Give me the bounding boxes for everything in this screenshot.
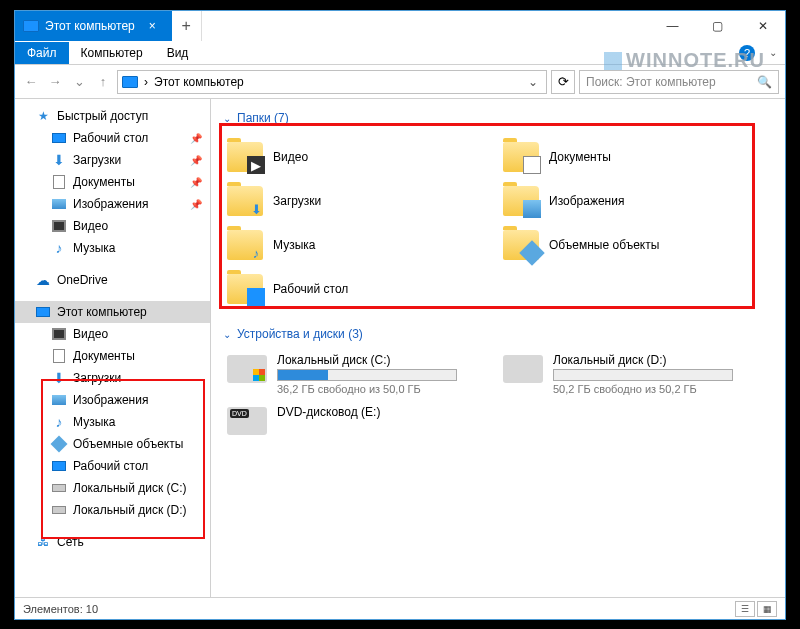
new-tab-button[interactable]: + <box>172 11 202 41</box>
label: Документы <box>73 349 135 363</box>
sidebar-pc-images[interactable]: Изображения <box>15 389 210 411</box>
sidebar-pc-music[interactable]: ♪Музыка <box>15 411 210 433</box>
usage-text: 50,2 ГБ свободно из 50,2 ГБ <box>553 383 769 395</box>
label: Папки (7) <box>237 111 289 125</box>
sidebar-documents[interactable]: Документы📌 <box>15 171 210 193</box>
ribbon-file[interactable]: Файл <box>15 42 69 64</box>
search-icon[interactable]: 🔍 <box>757 75 772 89</box>
pin-icon: 📌 <box>190 199 202 210</box>
download-icon: ⬇ <box>247 200 265 218</box>
music-icon: ♪ <box>51 414 67 430</box>
drive-dvd[interactable]: DVD-дисковод (E:) <box>227 405 493 435</box>
image-icon <box>52 199 66 209</box>
sidebar-pc-3d[interactable]: Объемные объекты <box>15 433 210 455</box>
usage-bar <box>277 369 457 381</box>
sidebar-downloads[interactable]: ⬇Загрузки📌 <box>15 149 210 171</box>
label: Видео <box>73 327 108 341</box>
folder-video[interactable]: ▶Видео <box>227 137 493 177</box>
sidebar-pc-downloads[interactable]: ⬇Загрузки <box>15 367 210 389</box>
folder-music[interactable]: ♪Музыка <box>227 225 493 265</box>
label: Загрузки <box>73 371 121 385</box>
sidebar-video[interactable]: Видео <box>15 215 210 237</box>
folder-downloads[interactable]: ⬇Загрузки <box>227 181 493 221</box>
pc-icon <box>23 20 39 32</box>
video-icon <box>52 328 66 340</box>
pc-icon <box>122 76 138 88</box>
sidebar-pc-documents[interactable]: Документы <box>15 345 210 367</box>
folder-desktop[interactable]: Рабочий стол <box>227 269 493 309</box>
label: OneDrive <box>57 273 108 287</box>
label: Видео <box>73 219 108 233</box>
label: Рабочий стол <box>73 131 148 145</box>
label: Документы <box>549 150 611 164</box>
sidebar-drive-c[interactable]: Локальный диск (C:) <box>15 477 210 499</box>
cloud-icon: ☁ <box>35 272 51 288</box>
address-text: Этот компьютер <box>154 75 244 89</box>
up-button[interactable]: ↑ <box>93 72 113 92</box>
titlebar: Этот компьютер × + — ▢ ✕ <box>15 11 785 41</box>
view-details-button[interactable]: ☰ <box>735 601 755 617</box>
label: Изображения <box>73 393 148 407</box>
label: Локальный диск (C:) <box>73 481 187 495</box>
sidebar-drive-d[interactable]: Локальный диск (D:) <box>15 499 210 521</box>
image-icon <box>523 200 541 218</box>
video-icon <box>52 220 66 232</box>
usage-text: 36,2 ГБ свободно из 50,0 ГБ <box>277 383 493 395</box>
refresh-button[interactable]: ⟳ <box>551 70 575 94</box>
back-button[interactable]: ← <box>21 72 41 92</box>
minimize-button[interactable]: — <box>650 11 695 41</box>
pin-icon: 📌 <box>190 155 202 166</box>
expand-ribbon-button[interactable]: ⌄ <box>769 47 777 58</box>
dvd-icon <box>227 407 267 435</box>
network-icon: 🖧 <box>35 534 51 550</box>
download-icon: ⬇ <box>51 152 67 168</box>
maximize-button[interactable]: ▢ <box>695 11 740 41</box>
tab-close-button[interactable]: × <box>141 19 164 33</box>
usage-bar <box>553 369 733 381</box>
recent-button[interactable]: ⌄ <box>69 72 89 92</box>
help-button[interactable]: ? <box>739 45 755 61</box>
image-icon <box>52 395 66 405</box>
drive-icon <box>52 506 66 514</box>
drive-icon <box>227 355 267 383</box>
label: Видео <box>273 150 308 164</box>
address-bar[interactable]: › Этот компьютер ⌄ <box>117 70 547 94</box>
cube-icon <box>519 240 544 265</box>
drive-c[interactable]: Локальный диск (C:) 36,2 ГБ свободно из … <box>227 353 493 395</box>
tab-thispc[interactable]: Этот компьютер × <box>15 11 172 41</box>
label: Объемные объекты <box>549 238 659 252</box>
sidebar-desktop[interactable]: Рабочий стол📌 <box>15 127 210 149</box>
sidebar-quick-access[interactable]: ★ Быстрый доступ <box>15 105 210 127</box>
group-drives-header[interactable]: ⌄ Устройства и диски (3) <box>223 327 773 341</box>
drive-icon <box>52 484 66 492</box>
sidebar-thispc[interactable]: Этот компьютер <box>15 301 210 323</box>
forward-button[interactable]: → <box>45 72 65 92</box>
folder-3d[interactable]: Объемные объекты <box>503 225 769 265</box>
close-button[interactable]: ✕ <box>740 11 785 41</box>
explorer-window: Этот компьютер × + — ▢ ✕ Файл Компьютер … <box>14 10 786 620</box>
label: Рабочий стол <box>73 459 148 473</box>
label: Этот компьютер <box>57 305 147 319</box>
sidebar-network[interactable]: 🖧Сеть <box>15 531 210 553</box>
ribbon-computer[interactable]: Компьютер <box>69 42 155 64</box>
address-dropdown[interactable]: ⌄ <box>524 75 542 89</box>
status-bar: Элементов: 10 ☰ ▦ <box>15 597 785 619</box>
ribbon-view[interactable]: Вид <box>155 42 201 64</box>
label: Музыка <box>73 241 115 255</box>
label: Загрузки <box>73 153 121 167</box>
navbar: ← → ⌄ ↑ › Этот компьютер ⌄ ⟳ Поиск: Этот… <box>15 65 785 99</box>
sidebar-images[interactable]: Изображения📌 <box>15 193 210 215</box>
pin-icon: 📌 <box>190 177 202 188</box>
document-icon <box>523 156 541 174</box>
view-tiles-button[interactable]: ▦ <box>757 601 777 617</box>
group-folders-header[interactable]: ⌄ Папки (7) <box>223 111 773 125</box>
sidebar-pc-video[interactable]: Видео <box>15 323 210 345</box>
drive-d[interactable]: Локальный диск (D:) 50,2 ГБ свободно из … <box>503 353 769 395</box>
sidebar-onedrive[interactable]: ☁OneDrive <box>15 269 210 291</box>
label: Документы <box>73 175 135 189</box>
sidebar-music[interactable]: ♪Музыка <box>15 237 210 259</box>
search-box[interactable]: Поиск: Этот компьютер 🔍 <box>579 70 779 94</box>
sidebar-pc-desktop[interactable]: Рабочий стол <box>15 455 210 477</box>
folder-documents[interactable]: Документы <box>503 137 769 177</box>
folder-images[interactable]: Изображения <box>503 181 769 221</box>
